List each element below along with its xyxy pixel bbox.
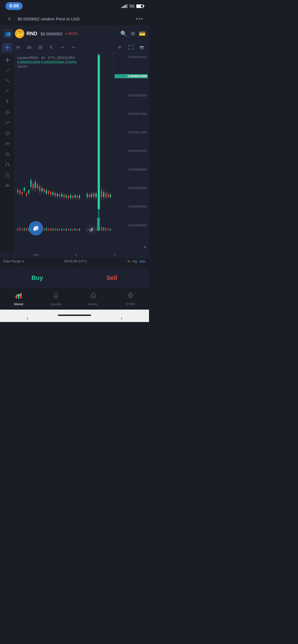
svg-point-19	[9, 112, 10, 113]
svg-rect-41	[6, 175, 9, 177]
svg-rect-209	[97, 218, 100, 231]
dyor-label: DYOR	[126, 302, 135, 306]
battery-icon	[136, 4, 143, 8]
svg-rect-82	[37, 184, 38, 188]
more-button[interactable]: •••	[135, 14, 145, 24]
close-button[interactable]: ×	[4, 14, 14, 24]
chart-pair: random/RND · 4h · ETH_DEXGURU	[17, 56, 77, 60]
nav-item-liquidity[interactable]: Liquidity	[37, 292, 74, 306]
magnet-tool[interactable]	[2, 160, 12, 169]
svg-rect-109	[57, 194, 58, 196]
price-label-12000: 0.00000012000	[115, 131, 148, 134]
svg-point-17	[5, 112, 6, 113]
emoji-tool[interactable]	[2, 129, 12, 137]
crosshair-tool[interactable]	[2, 43, 12, 52]
log-button[interactable]: log	[133, 259, 137, 263]
chart-info: random/RND · 4h · ETH_DEXGURU 0.00000016…	[17, 56, 77, 68]
svg-rect-91	[44, 189, 45, 192]
chart-settings-button[interactable]: ⚙	[115, 43, 125, 52]
svg-line-25	[7, 121, 9, 124]
back-button[interactable]: ‹	[22, 313, 33, 322]
svg-rect-212	[105, 228, 107, 231]
cursor-tool[interactable]	[2, 56, 12, 64]
svg-rect-163	[103, 192, 104, 197]
svg-point-18	[7, 110, 8, 111]
price-label-16000: 0.00000016000	[115, 94, 148, 97]
liquidity-label: Liquidity	[50, 302, 61, 306]
price-label-2000: 0.00000002000	[115, 224, 148, 227]
svg-rect-179	[26, 228, 27, 231]
svg-line-23	[5, 122, 6, 124]
top-nav: × $0.0000002 random Price to USD •••	[0, 12, 149, 26]
line-tool[interactable]	[2, 66, 12, 74]
node-tool[interactable]	[2, 108, 12, 116]
settings-icon[interactable]: ⚙	[131, 30, 135, 37]
pct-button[interactable]: %	[127, 259, 131, 263]
lock-tool[interactable]	[2, 171, 12, 179]
measure-tool[interactable]	[2, 77, 12, 85]
pencil-tool[interactable]	[2, 87, 12, 95]
timeframe-button[interactable]: 4h	[13, 43, 23, 52]
svg-rect-118	[63, 195, 65, 197]
chart-main[interactable]: random/RND · 4h · ETH_DEXGURU 0.00000016…	[15, 53, 113, 252]
screenshot-button[interactable]: 📷	[137, 43, 147, 52]
candlestick-chart	[15, 53, 113, 252]
svg-rect-139	[79, 195, 80, 198]
ruler-tool[interactable]	[2, 139, 12, 148]
svg-rect-166	[105, 193, 107, 197]
text-tool[interactable]: T	[2, 98, 12, 106]
scale-settings-icon[interactable]: ☀	[143, 245, 147, 250]
svg-rect-195	[61, 228, 62, 231]
pattern-tool[interactable]	[2, 119, 12, 127]
redo-button[interactable]: ↪	[68, 43, 78, 52]
activity-label: Activity	[88, 302, 98, 306]
svg-rect-70	[28, 190, 29, 193]
svg-rect-58	[19, 190, 20, 194]
svg-point-42	[7, 185, 8, 186]
svg-point-28	[6, 132, 7, 133]
svg-rect-100	[50, 192, 51, 195]
date-range-button[interactable]: Date Range ▾	[3, 259, 24, 263]
svg-rect-178	[24, 228, 25, 231]
nav-item-activity[interactable]: Activity	[74, 292, 112, 306]
svg-rect-79	[35, 182, 36, 188]
status-time: 8:09	[6, 2, 23, 10]
liquidity-icon	[52, 292, 60, 301]
nav-title: $0.0000002 random Price to USD	[18, 17, 131, 21]
battery-fill	[137, 5, 141, 7]
formula-button[interactable]: fx	[46, 43, 56, 52]
sell-button[interactable]: Sell	[75, 268, 149, 288]
svg-rect-203	[79, 228, 80, 231]
home-indicator	[58, 315, 91, 316]
reload-button[interactable]: ↺	[86, 224, 97, 235]
candle-type-button[interactable]	[24, 43, 34, 52]
svg-rect-2	[28, 46, 29, 49]
fullscreen-button[interactable]	[126, 43, 136, 52]
nav-item-dyor[interactable]: DYOR	[112, 292, 149, 306]
bottom-nav: Market Liquidity Activity	[0, 288, 149, 310]
forward-button[interactable]: ›	[116, 313, 127, 322]
price-change: 392%	[65, 31, 78, 36]
svg-rect-142	[98, 55, 100, 209]
nav-item-market[interactable]: Market	[0, 292, 37, 306]
social-icon[interactable]: 👥	[3, 29, 13, 38]
svg-line-13	[6, 69, 9, 72]
svg-rect-94	[46, 190, 47, 194]
price-label-current: 0.00000016589	[115, 74, 148, 78]
zoom-in-tool[interactable]	[2, 150, 12, 158]
add-indicator-button[interactable]	[35, 43, 45, 52]
svg-rect-194	[59, 229, 60, 231]
svg-rect-157	[95, 194, 97, 197]
token-avatar: 🤔	[15, 29, 24, 38]
svg-rect-192	[55, 228, 56, 231]
auto-button[interactable]: auto	[139, 259, 146, 263]
buy-button[interactable]: Buy	[0, 268, 75, 288]
svg-rect-148	[89, 194, 90, 197]
market-icon	[15, 292, 23, 301]
svg-rect-85	[39, 186, 40, 191]
undo-button[interactable]: ↩	[57, 43, 67, 52]
svg-rect-197	[66, 228, 67, 231]
search-icon[interactable]: 🔍	[120, 30, 127, 37]
eye-tool[interactable]	[2, 181, 12, 190]
wallet-icon[interactable]: 💳	[139, 30, 146, 37]
